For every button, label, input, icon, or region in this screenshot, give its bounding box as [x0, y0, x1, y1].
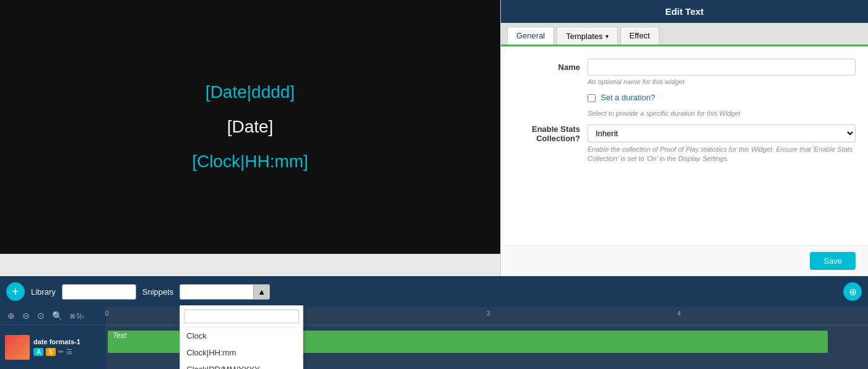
stats-hint: Enable the collection of Proof of Play s… [588, 145, 856, 164]
name-control: An optional name for this widget [588, 59, 856, 85]
tab-templates[interactable]: Templates ▾ [557, 27, 617, 45]
library-label: Library [31, 287, 56, 297]
duration-label: Set a duration? [601, 93, 655, 102]
ruler-mark-4: 4 [677, 310, 681, 317]
stats-select[interactable]: Inherit On Off [588, 124, 856, 142]
snippets-dropdown[interactable]: ▲ Clock Clock|HH:mm Clock|DD/MM/YYYY Dat… [180, 284, 270, 300]
snippets-item-clockddmmyyyy[interactable]: Clock|DD/MM/YYYY [180, 361, 303, 370]
zoom-out-button[interactable]: ⊖ [20, 310, 32, 322]
zoom-fit-button[interactable]: ⊙ [35, 310, 47, 322]
timeline-item-actions: A 5 ✏ ☰ [33, 348, 100, 356]
preview-text: [Date|dddd] [Date] [Clock|HH:mm] [192, 75, 308, 179]
duration-hint: Select to provide a specific duration fo… [588, 110, 856, 117]
zoom-reset-button[interactable]: 🔍 [50, 310, 65, 322]
panel-tabs: General Templates ▾ Effect [501, 23, 868, 46]
stats-control: Inherit On Off Enable the collection of … [588, 124, 856, 164]
timeline-item: date formats-1 A 5 ✏ ☰ [0, 325, 105, 369]
duration-row: Set a duration? [513, 93, 856, 102]
timeline-list-icon[interactable]: ☰ [66, 348, 72, 356]
crosshair-button[interactable]: ⊕ [843, 282, 862, 301]
duration-checkbox[interactable] [588, 94, 596, 102]
add-button[interactable]: + [6, 282, 25, 301]
ruler-mark-0: 0 [105, 310, 109, 317]
preview-line-2: [Date] [192, 110, 308, 144]
timeline-tag-5: 5 [46, 348, 56, 356]
preview-line-3: [Clock|HH:mm] [192, 144, 308, 179]
library-input[interactable] [62, 284, 136, 300]
ruler-mark-3: 3 [487, 310, 490, 317]
timeline-item-name: date formats-1 [33, 338, 100, 345]
snippets-menu: Clock Clock|HH:mm Clock|DD/MM/YYYY Date … [180, 305, 303, 370]
preview-pane: [Date|dddd] [Date] [Clock|HH:mm] [0, 0, 500, 254]
scale-indicator: ⊠ 5|₀ [70, 313, 84, 319]
stats-row: Enable Stats Collection? Inherit On Off … [513, 124, 856, 164]
snippets-search-container [180, 306, 303, 328]
panel-header: Edit Text [501, 0, 868, 23]
panel-footer: Save [501, 245, 868, 276]
timeline-controls: ⊕ ⊖ ⊙ 🔍 ⊠ 5|₀ [0, 307, 105, 325]
save-button[interactable]: Save [810, 252, 856, 270]
tab-effect[interactable]: Effect [620, 27, 659, 45]
timeline-item-thumbnail [5, 335, 30, 360]
timeline-bar: + Library Snippets ▲ Clock Clock|HH:mm C… [0, 276, 868, 307]
timeline-edit-icon[interactable]: ✏ [58, 348, 64, 356]
main-container: [Date|dddd] [Date] [Clock|HH:mm] Edit Te… [0, 0, 868, 369]
timeline-tag-a: A [33, 348, 43, 356]
snippets-item-clockhhmm[interactable]: Clock|HH:mm [180, 344, 303, 361]
tab-general[interactable]: General [507, 27, 554, 45]
snippets-item-clock[interactable]: Clock [180, 328, 303, 344]
zoom-in-button[interactable]: ⊕ [5, 310, 17, 322]
snippets-search-input[interactable] [184, 310, 299, 323]
timeline-left: ⊕ ⊖ ⊙ 🔍 ⊠ 5|₀ date formats-1 A 5 ✏ ☰ [0, 307, 105, 369]
snippets-input[interactable] [180, 284, 254, 300]
name-row: Name An optional name for this widget [513, 59, 856, 85]
name-input[interactable] [588, 59, 856, 76]
name-hint: An optional name for this widget [588, 78, 856, 85]
panel-body: Name An optional name for this widget Se… [501, 46, 868, 245]
timeline-item-info: date formats-1 A 5 ✏ ☰ [33, 338, 100, 356]
timeline-area: ⊕ ⊖ ⊙ 🔍 ⊠ 5|₀ date formats-1 A 5 ✏ ☰ [0, 307, 868, 369]
preview-line-1: [Date|dddd] [192, 75, 308, 110]
snippets-label: Snippets [142, 287, 174, 297]
top-area: [Date|dddd] [Date] [Clock|HH:mm] Edit Te… [0, 0, 868, 276]
right-panel: Edit Text General Templates ▾ Effect Nam… [500, 0, 868, 276]
name-label: Name [513, 59, 588, 72]
stats-label: Enable Stats Collection? [513, 124, 588, 143]
snippets-caret-icon[interactable]: ▲ [254, 284, 270, 300]
track-bar-label: Text [108, 329, 131, 342]
duration-hint-container: Select to provide a specific duration fo… [513, 110, 856, 117]
templates-caret-icon: ▾ [605, 33, 609, 40]
